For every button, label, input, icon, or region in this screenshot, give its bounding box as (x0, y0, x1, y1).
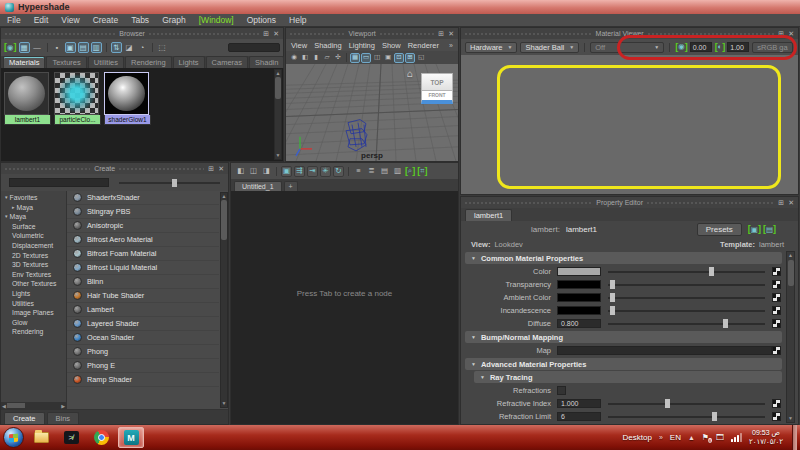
tree-item-maya[interactable]: ▸Maya (1, 203, 66, 213)
view-cube[interactable]: ⌂ TOP FRONT (421, 73, 453, 104)
gamma-icon[interactable]: ◐ (715, 42, 726, 53)
menu-overflow-icon[interactable]: » (449, 42, 453, 49)
color-swatch[interactable] (557, 267, 601, 276)
graph-materials-icon[interactable]: ⇶ (294, 166, 305, 177)
value-field[interactable]: 1.000 (557, 399, 601, 408)
collapse-icon[interactable]: ▼ (471, 255, 476, 261)
add-selected-icon[interactable]: ⇥ (307, 166, 318, 177)
tree-item-lights[interactable]: Lights (1, 289, 66, 299)
shader-item-layered-shader[interactable]: Layered Shader (67, 317, 219, 331)
show-desktop-button[interactable] (792, 425, 797, 450)
camera-attributes-icon[interactable]: ◧ (300, 53, 310, 63)
property-editor-header[interactable]: Property Editor ⊞ ✕ (461, 197, 798, 208)
resolution-gate-icon[interactable]: ◫ (372, 53, 382, 63)
safe-title-icon[interactable]: ◱ (416, 53, 426, 63)
tree-item-surface[interactable]: Surface (1, 222, 66, 232)
chrome-taskbar-button[interactable] (88, 427, 114, 448)
panel-close-icon[interactable]: ✕ (788, 30, 794, 37)
collapse-icon[interactable]: ▼ (480, 374, 485, 380)
scroll-up-icon[interactable]: ▲ (222, 193, 227, 200)
slider[interactable] (608, 284, 765, 286)
scrollbar-thumb[interactable] (7, 403, 25, 408)
section-common-material-properties[interactable]: ▼Common Material Properties (465, 252, 782, 264)
sort-type-icon[interactable]: ◪ (124, 42, 135, 53)
slider-handle[interactable] (172, 179, 177, 187)
panel-drag-handle[interactable] (380, 33, 435, 35)
panel-float-icon[interactable]: ⊞ (263, 30, 269, 37)
tab-textures[interactable]: Textures (46, 56, 86, 68)
align-vertical-icon[interactable]: ≣ (366, 166, 377, 177)
property-editor-scrollbar[interactable]: ▲ ▼ (786, 251, 795, 423)
shader-item-phong[interactable]: Phong (67, 345, 219, 359)
renderer-select[interactable]: Hardware ▼ (465, 42, 517, 53)
tree-item-displacement[interactable]: Displacement (1, 241, 66, 251)
sort-time-icon[interactable]: ◔ (137, 42, 148, 53)
swatch-area[interactable]: ▲ ▼ lambert1particleClo...shaderGlow1 (1, 68, 283, 161)
tab-lambert1[interactable]: lambert1 (465, 209, 512, 221)
expand-icon[interactable]: ▾ (5, 212, 8, 222)
tab-lights[interactable]: Lights (173, 56, 205, 68)
input-connections-icon[interactable]: ◧ (235, 166, 246, 177)
input-output-connections-icon[interactable]: ◫ (248, 166, 259, 177)
expand-icon[interactable]: ▸ (12, 203, 15, 213)
tree-item-3d-textures[interactable]: 3D Textures (1, 260, 66, 270)
material-viewer-header[interactable]: Material Viewer ⊞ ✕ (461, 28, 798, 39)
swatch-size-slider[interactable] (119, 182, 220, 184)
network-signal-icon[interactable] (731, 433, 742, 442)
viewport-menu-renderer[interactable]: Renderer (408, 41, 439, 50)
map-button[interactable] (772, 346, 781, 355)
menu-window[interactable]: [Window] (199, 15, 234, 25)
frame-swatch-icon[interactable]: ⬚ (157, 42, 168, 53)
scroll-right-icon[interactable]: ▶ (61, 403, 65, 409)
desktop-toolbar-label[interactable]: Desktop (623, 433, 652, 442)
app-taskbar-button[interactable]: ≯› (58, 427, 84, 448)
filter-textures-icon[interactable]: ▤ (78, 42, 89, 53)
add-tab-button[interactable]: + (284, 181, 298, 191)
menu-view[interactable]: View (61, 15, 79, 25)
scroll-left-icon[interactable]: ◀ (2, 403, 6, 409)
tree-item-maya[interactable]: ▾Maya (1, 212, 66, 222)
open-render-view-icon[interactable]: ▤ (763, 224, 776, 235)
panel-drag-handle[interactable] (648, 33, 775, 35)
icons-view-icon[interactable]: ▦ (19, 42, 30, 53)
scrollbar-thumb[interactable] (221, 200, 227, 240)
scrollbar-thumb[interactable] (275, 77, 281, 99)
menu-help[interactable]: Help (289, 15, 306, 25)
shader-item-hair-tube-shader[interactable]: Hair Tube Shader (67, 289, 219, 303)
panel-drag-handle[interactable] (5, 33, 115, 35)
shader-item-bifrost-liquid-material[interactable]: Bifrost Liquid Material (67, 261, 219, 275)
viewport-menu-shading[interactable]: Shading (314, 41, 342, 50)
clock[interactable]: 09:53 ص ٢٠١٧/٠٥/٠٢ (749, 429, 783, 446)
viewport-canvas[interactable]: ⌂ TOP FRONT persp (286, 64, 458, 161)
scroll-down-icon[interactable]: ▼ (276, 152, 281, 159)
panel-drag-handle[interactable] (5, 168, 90, 170)
scroll-up-icon[interactable]: ▲ (276, 70, 281, 77)
swatch-render-on-icon[interactable]: ◉ (4, 42, 17, 53)
shader-item-stingray-pbs[interactable]: Stingray PBS (67, 205, 219, 219)
presets-button[interactable]: Presets (697, 223, 742, 236)
map-button[interactable] (772, 267, 781, 276)
panel-drag-handle[interactable] (465, 202, 592, 204)
filter-all-icon[interactable]: ▪ (52, 42, 63, 53)
panel-close-icon[interactable]: ✕ (448, 30, 454, 37)
window-titlebar[interactable]: Hypershade (0, 0, 800, 14)
tree-item-env-textures[interactable]: Env Textures (1, 270, 66, 280)
viewport-panel-header[interactable]: Viewport ⊞ ✕ (286, 28, 458, 39)
scroll-up-icon[interactable]: ▲ (788, 252, 793, 259)
scrollbar-thumb[interactable] (788, 260, 794, 286)
output-connections-icon[interactable]: ◨ (261, 166, 272, 177)
pan-zoom-icon[interactable]: ✣ (333, 53, 343, 63)
menu-tabs[interactable]: Tabs (131, 15, 149, 25)
map-button[interactable] (772, 306, 781, 315)
menu-options[interactable]: Options (247, 15, 276, 25)
maya-taskbar-button[interactable]: M (118, 427, 144, 448)
map-button[interactable] (772, 399, 781, 408)
panel-drag-handle[interactable] (647, 202, 774, 204)
node-name-field[interactable]: lambert1 (566, 225, 597, 234)
map-button[interactable] (772, 280, 781, 289)
slider-handle[interactable] (665, 399, 670, 408)
remove-selected-icon[interactable]: ✳ (320, 166, 331, 177)
tab-create[interactable]: Create (4, 412, 45, 424)
tree-item-image-planes[interactable]: Image Planes (1, 308, 66, 318)
slider-handle[interactable] (610, 280, 615, 289)
